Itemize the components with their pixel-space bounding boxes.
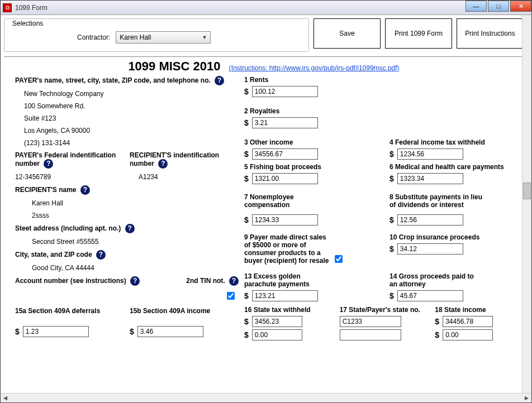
minimize-button[interactable]: — [466, 1, 487, 12]
dollar-icon: $ [130, 327, 134, 336]
right-column: 1 Rents $ 2 Royalties $ 3 Other in [244, 76, 524, 344]
window-controls: — □ ✕ [464, 1, 531, 12]
form-title: 1099 MISC 2010 [128, 59, 220, 74]
help-icon[interactable]: ? [96, 250, 106, 260]
dollar-icon: $ [244, 291, 249, 300]
help-icon[interactable]: ? [80, 185, 90, 195]
box5-input[interactable] [252, 173, 318, 184]
dollar-icon: $ [390, 215, 394, 224]
box15b-input[interactable] [137, 326, 203, 337]
box3-label: 3 Other income [244, 138, 378, 146]
contractor-value: Karen Hall [120, 33, 151, 41]
dollar-icon: $ [390, 150, 394, 159]
dollar-icon: $ [390, 291, 394, 300]
box10-label: 10 Crop insurance proceeds [390, 233, 524, 241]
box6-label: 6 Medical and health care payments [390, 163, 524, 171]
box6-input[interactable] [397, 173, 463, 184]
print-instructions-button[interactable]: Print Instructions [457, 18, 524, 49]
scroll-left-icon[interactable]: ◄ [1, 394, 10, 402]
contractor-dropdown[interactable]: Karen Hall ▼ [116, 31, 211, 44]
dollar-icon: $ [390, 244, 394, 253]
dollar-icon: $ [244, 174, 249, 183]
box2-input[interactable] [252, 117, 318, 128]
box15b-label: 15b Section 409A income [130, 307, 210, 315]
help-icon[interactable]: ? [130, 276, 140, 286]
tin-label: 2nd TIN not. [186, 277, 225, 285]
box4-label: 4 Federal income tax withheld [390, 138, 524, 146]
instructions-link[interactable]: (Instructions: http://www.irs.gov/pub/ir… [229, 64, 400, 72]
form-area: 1099 MISC 2010 (Instructions: http://www… [4, 56, 524, 344]
box2-label: 2 Royalties [244, 107, 524, 115]
box18-input-2[interactable] [443, 329, 493, 340]
selections-group: Selections Contractor: Karen Hall ▼ [4, 18, 309, 52]
dollar-icon: $ [435, 330, 439, 339]
box16-input-2[interactable] [252, 329, 302, 340]
box18-input-1[interactable] [443, 316, 493, 327]
box18-label: 18 State income [435, 306, 524, 314]
box8-label: 8 Substitute payments in lieu of dividen… [390, 193, 490, 209]
save-button[interactable]: Save [314, 18, 381, 49]
left-column: PAYER's name, street, city, state, ZIP c… [4, 76, 239, 344]
box15a-input[interactable] [23, 326, 89, 337]
recip-id-label: RECIPIENT'S indentification number [130, 151, 219, 167]
box7-label: 7 Nonemployee compensation [244, 193, 322, 209]
recip-name2: 2ssss [32, 212, 239, 219]
box14-input[interactable] [397, 290, 463, 301]
box1-input[interactable] [252, 86, 318, 97]
window-title: 1099 Form [15, 4, 48, 12]
box9-checkbox[interactable] [335, 255, 343, 263]
scrollbar-thumb[interactable] [523, 183, 531, 199]
box17-label: 17 State/Payer's state no. [340, 306, 429, 314]
box7-input[interactable] [252, 214, 318, 226]
box16-input-1[interactable] [252, 316, 302, 327]
selections-legend: Selections [10, 20, 45, 27]
street-value: Second Street #55555 [32, 238, 239, 246]
dollar-icon: $ [244, 317, 249, 326]
street-label: Steet address (including apt. no.) [15, 224, 121, 232]
vertical-scrollbar[interactable] [522, 15, 531, 393]
box9-label: 9 Payer made direct sales of $5000 or mo… [244, 233, 331, 265]
box13-input[interactable] [252, 290, 318, 301]
box4-input[interactable] [397, 148, 463, 160]
payer-addr2: Suite #123 [24, 114, 239, 122]
help-icon[interactable]: ? [229, 276, 239, 286]
app-icon: ⧉ [3, 3, 12, 12]
box17-input-2[interactable] [340, 329, 401, 340]
tin-checkbox[interactable] [227, 292, 235, 300]
help-icon[interactable]: ? [158, 159, 168, 169]
box10-input[interactable] [397, 243, 463, 255]
scroll-right-icon[interactable]: ► [522, 394, 531, 402]
columns: PAYER's name, street, city, state, ZIP c… [4, 76, 524, 344]
recip-name-label: RECIPIENT'S name [15, 186, 77, 194]
city-value: Good City, CA 44444 [32, 264, 239, 272]
close-button[interactable]: ✕ [510, 1, 531, 12]
dollar-icon: $ [244, 87, 249, 96]
help-icon[interactable]: ? [44, 159, 53, 169]
payer-phone: (123) 131-3144 [24, 139, 239, 147]
help-icon[interactable]: ? [125, 224, 135, 233]
box15a-label: 15a Section 409A deferrals [15, 307, 100, 315]
titlebar: ⧉ 1099 Form — □ ✕ [1, 1, 531, 15]
dollar-icon: $ [15, 327, 20, 336]
recip-id-value: A1234 [139, 173, 239, 181]
body-area: Selections Contractor: Karen Hall ▼ Save… [1, 15, 531, 393]
box16-label: 16 State tax withheld [244, 306, 333, 314]
horizontal-scrollbar[interactable]: ◄ ► [1, 393, 531, 402]
city-label: City, state, and ZIP code [15, 251, 92, 258]
payer-name: New Technology Company [24, 90, 239, 98]
box3-input[interactable] [252, 148, 318, 160]
box17-input-1[interactable] [340, 316, 401, 327]
app-window: ⧉ 1099 Form — □ ✕ Selections Contractor:… [0, 0, 532, 403]
dollar-icon: $ [244, 215, 249, 224]
box8-input[interactable] [397, 214, 463, 226]
payer-fed-value: 12-3456789 [15, 173, 124, 181]
help-icon[interactable]: ? [215, 76, 224, 85]
dollar-icon: $ [244, 330, 249, 339]
dollar-icon: $ [435, 317, 439, 326]
print-1099-button[interactable]: Print 1099 Form [385, 18, 452, 49]
chevron-down-icon: ▼ [202, 35, 207, 40]
maximize-button[interactable]: □ [488, 1, 509, 12]
box14-label: 14 Gross proceeds paid to an attorney [390, 272, 479, 288]
payer-citystate: Los Angels, CA 90000 [24, 127, 239, 135]
payer-addr1: 100 Somewhere Rd. [24, 102, 239, 110]
